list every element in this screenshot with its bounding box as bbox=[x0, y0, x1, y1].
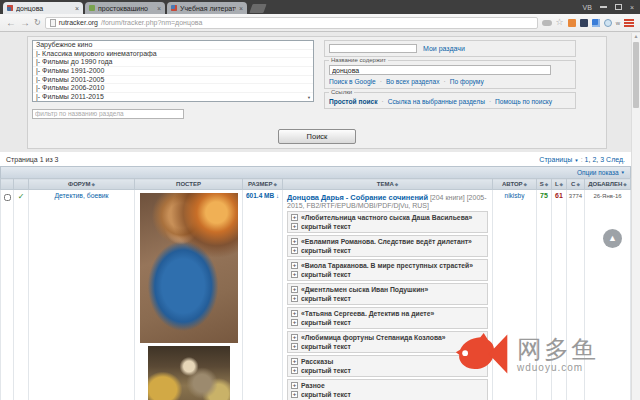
forum-tree-option[interactable]: |- Классика мирового кинематографа bbox=[33, 50, 313, 59]
extension-icon-dark[interactable] bbox=[580, 19, 588, 27]
forum-tree-listbox[interactable]: Зарубежное кино|- Классика мирового кине… bbox=[32, 40, 314, 102]
column-header[interactable]: Добавлен◆ bbox=[585, 179, 631, 190]
search-button[interactable]: Поиск bbox=[278, 129, 357, 144]
bookmark-star-icon[interactable]: ☆ bbox=[556, 18, 564, 27]
column-header[interactable]: Форум◆ bbox=[29, 179, 135, 190]
browser-scrollbar[interactable]: ▲ bbox=[631, 33, 640, 400]
quick-input[interactable] bbox=[329, 44, 417, 53]
spoiler-box: +Разное+скрытый текст bbox=[287, 379, 488, 400]
tree-filter-input[interactable] bbox=[32, 109, 184, 119]
row-checkbox[interactable] bbox=[4, 194, 11, 201]
spoiler-title[interactable]: +«Виола Тараканова. В мире преступных ст… bbox=[291, 261, 484, 270]
size-download-link[interactable]: 601.4 MB ↓ bbox=[246, 192, 279, 199]
poster-photo-author-with-dog[interactable] bbox=[148, 346, 230, 400]
spoiler-title[interactable]: +«Джентльмен сыска Иван Подушкин» bbox=[291, 285, 484, 294]
spoiler-hidden-text[interactable]: +скрытый текст bbox=[291, 270, 484, 279]
browser-tab-3[interactable]: Учебная литература для × bbox=[167, 2, 247, 14]
poster-photo-author-portrait[interactable] bbox=[140, 193, 238, 343]
sort-icon[interactable]: ◆ bbox=[576, 182, 579, 187]
expand-icon[interactable]: + bbox=[291, 238, 298, 245]
column-header[interactable]: Тема◆ bbox=[283, 179, 493, 190]
scrollbar-thumb[interactable] bbox=[633, 42, 639, 108]
reload-icon[interactable]: ↻ bbox=[34, 18, 41, 28]
column-header[interactable]: Размер◆ bbox=[243, 179, 283, 190]
sort-icon[interactable]: ◆ bbox=[274, 182, 277, 187]
browser-tab-2[interactable]: простоквашино × bbox=[85, 2, 165, 14]
tab-close-icon[interactable]: × bbox=[239, 5, 243, 12]
forum-link[interactable]: Детектив, боевик bbox=[54, 192, 108, 199]
expand-icon[interactable]: + bbox=[291, 247, 298, 254]
search-option-link[interactable]: Во всех разделах bbox=[386, 78, 440, 85]
page-number-link[interactable]: 3 bbox=[600, 156, 604, 163]
search-option-link[interactable]: Поиск в Google bbox=[329, 78, 376, 85]
new-tab-button[interactable] bbox=[249, 4, 266, 13]
spoiler-title[interactable]: +«Любительница частного сыска Даша Васил… bbox=[291, 213, 484, 222]
expand-icon[interactable]: + bbox=[291, 343, 298, 350]
expand-icon[interactable]: + bbox=[291, 214, 298, 221]
extra-link[interactable]: Помощь по поиску bbox=[495, 98, 552, 105]
column-header[interactable]: C◆ bbox=[567, 179, 585, 190]
extension-icon-blue[interactable] bbox=[592, 19, 600, 27]
pages-menu-link[interactable]: Страницы ▼ bbox=[539, 156, 578, 163]
author-link[interactable]: nikisby bbox=[505, 192, 525, 199]
sort-icon[interactable]: ◆ bbox=[524, 182, 527, 187]
spoiler-hidden-text[interactable]: +скрытый текст bbox=[291, 318, 484, 327]
topic-title-link[interactable]: Донцова Дарья - Собрание сочинений bbox=[287, 193, 428, 202]
globe-icon[interactable] bbox=[604, 19, 612, 27]
extension-icon-orange[interactable] bbox=[568, 19, 576, 27]
column-header[interactable]: S◆ bbox=[537, 179, 552, 190]
expand-icon[interactable]: + bbox=[291, 310, 298, 317]
expand-icon[interactable]: + bbox=[291, 367, 298, 374]
forum-tree-option[interactable]: |- Фильмы 2001-2005 bbox=[33, 76, 313, 85]
window-close-button[interactable]: × bbox=[630, 4, 634, 11]
sort-icon[interactable]: ◆ bbox=[91, 182, 94, 187]
tab-close-icon[interactable]: × bbox=[75, 5, 79, 12]
next-page-link[interactable]: След. bbox=[606, 156, 625, 163]
cloud-icon[interactable] bbox=[542, 20, 552, 26]
forum-tree-option[interactable]: |- Фильмы 2006-2010 bbox=[33, 84, 313, 93]
forum-tree-option[interactable]: Зарубежное кино bbox=[33, 41, 313, 50]
sort-icon[interactable]: ◆ bbox=[560, 182, 563, 187]
expand-icon[interactable]: + bbox=[291, 271, 298, 278]
expand-icon[interactable]: + bbox=[291, 223, 298, 230]
address-bar[interactable]: rutracker.org/forum/tracker.php?nm=донцо… bbox=[45, 17, 538, 29]
scrollbar-up-icon[interactable]: ▲ bbox=[632, 33, 640, 40]
expand-icon[interactable]: + bbox=[291, 319, 298, 326]
forum-tree-option[interactable]: |- Фильмы 2011-2015 bbox=[33, 93, 313, 102]
menu-hamburger-icon[interactable] bbox=[624, 19, 634, 27]
browser-tab-1[interactable]: донцова × bbox=[3, 2, 83, 14]
expand-icon[interactable]: + bbox=[291, 262, 298, 269]
forum-tree-option[interactable]: |- Фильмы 1991-2000 bbox=[33, 67, 313, 76]
search-option-link[interactable]: По форуму bbox=[450, 78, 484, 85]
sort-icon[interactable]: ◆ bbox=[545, 182, 548, 187]
spoiler-hidden-text[interactable]: +скрытый текст bbox=[291, 390, 484, 399]
spoiler-title[interactable]: +«Татьяна Сергеева. Детектив на диете» bbox=[291, 309, 484, 318]
spoiler-hidden-text[interactable]: +скрытый текст bbox=[291, 246, 484, 255]
expand-icon[interactable]: + bbox=[291, 286, 298, 293]
spoiler-hidden-text[interactable]: +скрытый текст bbox=[291, 294, 484, 303]
expand-icon[interactable]: + bbox=[291, 382, 298, 389]
minimize-button[interactable] bbox=[600, 6, 607, 8]
spoiler-title[interactable]: +Разное bbox=[291, 381, 484, 390]
tab-close-icon[interactable]: × bbox=[157, 5, 161, 12]
forum-tree-option[interactable]: |- Фильмы до 1990 года bbox=[33, 58, 313, 67]
display-options-link[interactable]: Опции показа bbox=[577, 169, 619, 176]
spoiler-title[interactable]: +«Евлампия Романова. Следствие ведёт дил… bbox=[291, 237, 484, 246]
my-torrents-link[interactable]: Мои раздачи bbox=[423, 45, 465, 52]
search-query-input[interactable] bbox=[329, 65, 551, 75]
column-header[interactable]: L◆ bbox=[552, 179, 567, 190]
restore-button[interactable] bbox=[615, 4, 622, 10]
spoiler-hidden-text[interactable]: +скрытый текст bbox=[291, 222, 484, 231]
expand-icon[interactable]: + bbox=[291, 334, 298, 341]
scroll-to-top-button[interactable]: ▲ bbox=[603, 229, 622, 248]
back-icon[interactable]: ← bbox=[6, 18, 16, 28]
expand-icon[interactable]: + bbox=[291, 295, 298, 302]
expand-icon[interactable]: + bbox=[291, 358, 298, 365]
extra-link[interactable]: Простой поиск bbox=[329, 98, 377, 105]
expand-icon[interactable]: + bbox=[291, 391, 298, 398]
forward-icon[interactable]: → bbox=[20, 18, 30, 28]
sort-icon[interactable]: ◆ bbox=[395, 182, 398, 187]
extra-link[interactable]: Ссылка на выбранные разделы bbox=[388, 98, 485, 105]
sort-icon[interactable]: ◆ bbox=[623, 182, 626, 187]
column-header[interactable]: Автор◆ bbox=[493, 179, 537, 190]
